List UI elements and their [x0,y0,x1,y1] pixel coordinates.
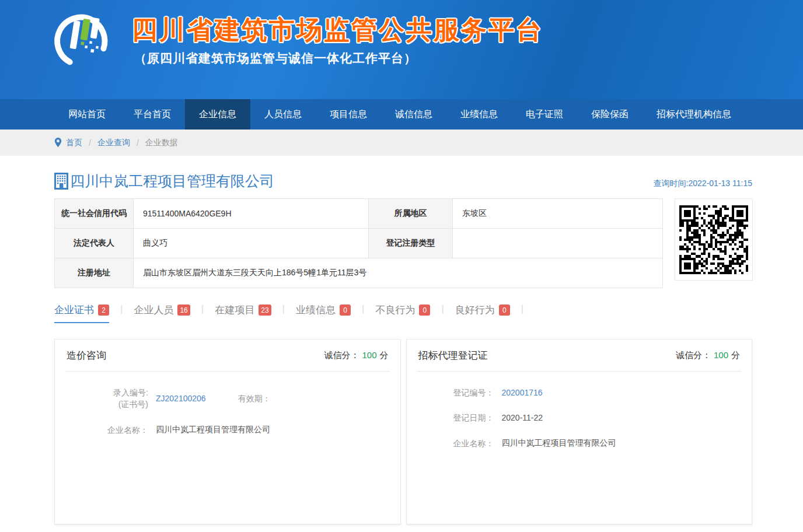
registration-number-link[interactable]: 202001716 [502,388,543,397]
certificate-card-bidding-agency: 招标代理登记证 诚信分：100分 登记编号： 202001716 登记日期： 2… [406,339,753,524]
tab-enterprise-personnel[interactable]: 企业人员 16 [134,303,190,323]
tab-count-badge: 2 [98,304,109,316]
main-nav: 网站首页 平台首页 企业信息 人员信息 项目信息 诚信信息 业绩信息 电子证照 … [0,99,803,130]
credit-score-unit: 分 [380,350,389,360]
credit-score-unit: 分 [731,350,740,360]
tab-count-badge: 0 [419,304,430,316]
field-label-enterprise-name: 企业名称： [418,438,494,449]
building-icon [54,173,68,190]
tab-label: 良好行为 [455,303,495,317]
company-title: 四川中岚工程项目管理有限公司 [54,172,274,191]
company-info-table: 统一社会信用代码 91511400MA6420GE9H 所属地区 东坡区 法定代… [54,198,663,288]
card-title: 造价咨询 [67,349,106,362]
credit-score: 诚信分：100分 [324,350,388,361]
tab-separator [282,303,285,315]
nav-item-platform-home[interactable]: 平台首页 [120,99,185,130]
tab-label: 业绩信息 [296,303,336,317]
tab-count-badge: 16 [177,304,190,316]
value-registered-address: 眉山市东坡区眉州大道东三段天天向上186号5幢1单元11层3号 [134,258,663,288]
table-row: 法定代表人 曲义巧 登记注册类型 [55,229,663,258]
nav-item-credit-info[interactable]: 诚信信息 [381,99,446,130]
value-region: 东坡区 [453,199,663,229]
card-title: 招标代理登记证 [418,349,488,362]
value-legal-representative: 曲义巧 [134,229,369,258]
tab-label: 企业证书 [54,303,94,317]
field-value-registration-date: 2020-11-22 [502,413,543,422]
credit-score-label: 诚信分： [676,350,711,360]
table-row: 统一社会信用代码 91511400MA6420GE9H 所属地区 东坡区 [55,199,663,229]
field-value-enterprise-name: 四川中岚工程项目管理有限公司 [502,438,616,449]
detail-tabs: 企业证书 2 企业人员 16 在建项目 23 业绩信息 0 不良行为 0 良好行… [54,303,752,323]
tab-count-badge: 0 [499,304,510,316]
label-registered-address: 注册地址 [55,258,134,288]
field-label-enterprise-name: 企业名称： [67,424,148,436]
field-label-registration-number: 登记编号： [418,387,494,398]
tab-bad-behavior[interactable]: 不良行为 0 [375,303,430,323]
label-registration-type: 登记注册类型 [369,229,453,258]
tab-separator [441,303,444,315]
field-label-validity: 有效期： [238,393,271,404]
nav-item-enterprise-info[interactable]: 企业信息 [185,99,250,130]
nav-item-insurance[interactable]: 保险保函 [577,99,643,130]
tab-performance-info[interactable]: 业绩信息 0 [296,303,351,323]
value-registration-type [453,229,663,258]
query-time: 查询时间:2022-01-13 11:15 [654,178,752,191]
company-name: 四川中岚工程项目管理有限公司 [70,172,274,191]
certificate-number-link[interactable]: ZJ202100206 [156,394,206,403]
nav-item-e-certificate[interactable]: 电子证照 [512,99,577,130]
nav-item-performance-info[interactable]: 业绩信息 [446,99,512,130]
nav-item-project-info[interactable]: 项目信息 [316,99,381,130]
tab-label: 不良行为 [375,303,415,317]
site-banner: 四川省建筑市场监管公共服务平台 （原四川省建筑市场监管与诚信一体化工作平台） [0,0,803,99]
credit-score-value: 100 [362,350,376,360]
nav-item-home[interactable]: 网站首页 [54,99,120,130]
tab-count-badge: 23 [259,304,271,316]
tab-count-badge: 0 [340,304,351,316]
site-logo-icon [50,6,114,71]
credit-score: 诚信分：100分 [676,350,740,361]
tab-good-behavior[interactable]: 良好行为 0 [455,303,510,323]
breadcrumb: 首页 / 企业查询 / 企业数据 [0,130,803,156]
site-subtitle: （原四川省建筑市场监管与诚信一体化工作平台） [134,50,417,66]
breadcrumb-separator: / [89,138,91,148]
tab-enterprise-certificates[interactable]: 企业证书 2 [54,303,109,323]
qr-code [675,198,753,281]
tab-separator [521,303,523,315]
tab-projects-in-progress[interactable]: 在建项目 23 [215,303,271,323]
field-value-enterprise-name: 四川中岚工程项目管理有限公司 [156,425,270,435]
label-credit-code: 统一社会信用代码 [55,199,134,229]
tab-label: 在建项目 [215,303,254,317]
site-title: 四川省建筑市场监管公共服务平台 [132,13,543,47]
nav-item-bidding-agency[interactable]: 招标代理机构信息 [643,99,745,130]
nav-item-personnel-info[interactable]: 人员信息 [250,99,316,130]
label-legal-representative: 法定代表人 [55,229,134,258]
breadcrumb-separator: / [137,138,139,148]
field-label-entry-number: 录入编号:(证书号) [67,387,148,411]
value-credit-code: 91511400MA6420GE9H [134,199,369,229]
certificate-card-cost-consulting: 造价咨询 诚信分：100分 录入编号:(证书号) ZJ202100206 有效期… [54,339,401,524]
tab-separator [201,303,204,315]
table-row: 注册地址 眉山市东坡区眉州大道东三段天天向上186号5幢1单元11层3号 [55,258,663,288]
tab-label: 企业人员 [134,303,173,317]
breadcrumb-home[interactable]: 首页 [66,138,82,148]
location-pin-icon [54,138,62,148]
breadcrumb-current: 企业数据 [145,138,178,148]
field-label-registration-date: 登记日期： [418,412,494,424]
tab-separator [120,303,123,315]
tab-separator [362,303,364,315]
breadcrumb-enterprise-query[interactable]: 企业查询 [97,138,130,148]
credit-score-label: 诚信分： [324,350,359,360]
label-region: 所属地区 [369,199,453,229]
credit-score-value: 100 [714,350,728,360]
